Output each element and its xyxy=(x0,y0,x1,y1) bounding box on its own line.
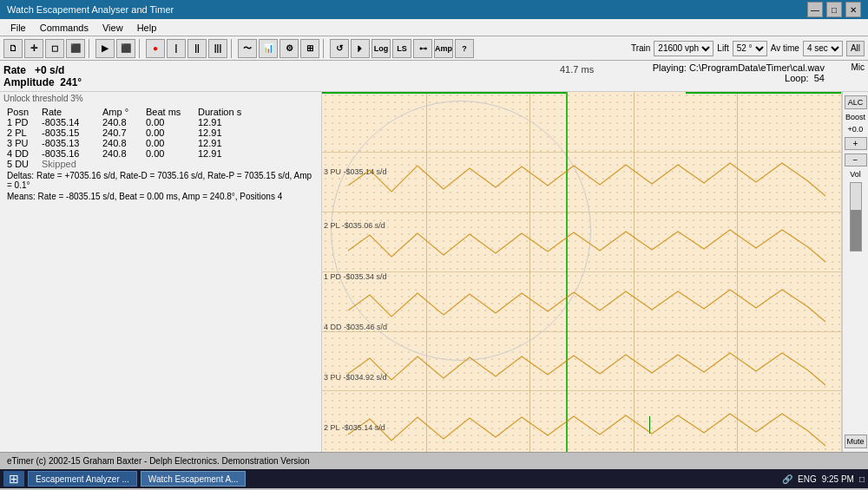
amp-btn[interactable]: Amp xyxy=(434,39,453,58)
time-ms-marker: 41.7 ms xyxy=(560,64,594,75)
amplitude-label: Amplitude xyxy=(3,76,55,88)
av-time-select[interactable]: 4 sec xyxy=(803,41,843,56)
cell-rate: Skipped xyxy=(38,159,99,169)
cell-amp xyxy=(99,159,142,169)
taskbar: ⊞ Escapement Analyzer ... Watch Escapeme… xyxy=(0,469,868,488)
waveform-label-3: 1 PD -$035.34 s/d xyxy=(324,272,387,281)
waveform-btn[interactable]: 〜 xyxy=(238,39,257,58)
notifications-icon[interactable]: □ xyxy=(859,474,865,484)
lift-select[interactable]: 52 ° xyxy=(733,41,767,56)
table-row: 4 DD -8035.16 240.8 0.00 12.91 xyxy=(3,148,318,159)
train-select[interactable]: 21600 vph xyxy=(654,41,713,56)
separator-4 xyxy=(323,39,326,58)
analyze-btn[interactable]: ⊞ xyxy=(300,39,319,58)
start-btn[interactable]: ⏵ xyxy=(351,39,370,58)
mic-label: Mic xyxy=(851,62,865,72)
play-button[interactable]: ▶ xyxy=(95,39,115,58)
stop-button[interactable]: ⬛ xyxy=(116,39,135,58)
deltas-label: Deltas: xyxy=(7,171,34,180)
col-amp: Amp ° xyxy=(99,107,142,117)
minimize-button[interactable]: — xyxy=(807,2,823,17)
statusbar-text: eTimer (c) 2002-15 Graham Baxter - Delph… xyxy=(7,456,310,466)
taskbar-app-2[interactable]: Watch Escapement A... xyxy=(141,471,247,487)
rate-btn[interactable]: ⊷ xyxy=(413,39,432,58)
cell-posn: 4 DD xyxy=(3,148,38,159)
cell-beat: 0.00 xyxy=(142,117,194,127)
clear-button[interactable]: All xyxy=(846,41,865,56)
boost-label: Boost xyxy=(845,113,865,121)
cell-posn: 5 DU xyxy=(3,159,38,169)
lang-indicator: ENG xyxy=(798,474,817,484)
loop-btn[interactable]: ↺ xyxy=(330,39,349,58)
means-row: Means: Rate = -8035.15 s/d, Beat = 0.00 … xyxy=(3,192,318,201)
waveform-label-4: 4 DD -$035.46 s/d xyxy=(324,323,387,331)
rate-label: Rate xyxy=(3,64,26,76)
titlebar: Watch Escapement Analyser and Timer — □ … xyxy=(0,0,868,19)
plus-button[interactable]: + xyxy=(845,137,867,150)
cell-beat: 0.00 xyxy=(142,148,194,159)
separator-3 xyxy=(231,39,234,58)
lift-label: Lift xyxy=(717,43,728,53)
print-button[interactable]: ⬛ xyxy=(66,39,85,58)
tool-3[interactable]: ||| xyxy=(208,39,227,58)
taskbar-right: 🔗 ENG 9:25 PM □ xyxy=(782,474,865,484)
cell-amp: 240.7 xyxy=(99,127,142,138)
settings-btn[interactable]: ⚙ xyxy=(279,39,299,58)
separator-2 xyxy=(139,39,142,58)
separator-1 xyxy=(89,39,92,58)
col-posn: Posn xyxy=(3,107,38,117)
menu-help[interactable]: Help xyxy=(130,23,164,33)
tool-1[interactable]: | xyxy=(167,39,186,58)
table-row: 1 PD -8035.14 240.8 0.00 12.91 xyxy=(3,117,318,127)
log-btn[interactable]: Log xyxy=(372,39,391,58)
cell-rate: -8035.13 xyxy=(38,138,99,148)
cell-amp: 240.8 xyxy=(99,138,142,148)
cell-beat: 0.00 xyxy=(142,127,194,138)
menubar: File Commands View Help xyxy=(0,19,868,36)
cell-rate: -8035.16 xyxy=(38,148,99,159)
av-time-label: Av time xyxy=(771,43,799,53)
data-table-container: Posn Rate Amp ° Beat ms Duration s 1 PD … xyxy=(3,107,318,201)
cell-amp: 240.8 xyxy=(99,148,142,159)
ls-btn[interactable]: LS xyxy=(392,39,411,58)
clock: 9:25 PM xyxy=(822,474,854,484)
waveform-svg xyxy=(322,92,841,452)
minus-button[interactable]: − xyxy=(845,154,867,167)
col-beat: Beat ms xyxy=(142,107,194,117)
volume-slider[interactable] xyxy=(850,182,862,252)
waveform-label-5: 3 PU -$034.92 s/d xyxy=(324,373,387,382)
unlock-threshold: Unlock threshold 3% xyxy=(3,94,318,103)
amplitude-value: 241° xyxy=(60,76,82,88)
rate-value: +0 s/d xyxy=(35,64,64,76)
taskbar-app-1[interactable]: Escapement Analyzer ... xyxy=(28,471,137,487)
cell-duration: 12.91 xyxy=(194,148,318,159)
cell-duration: 12.91 xyxy=(194,138,318,148)
help-btn[interactable]: ? xyxy=(455,39,474,58)
amplitude-display: Amplitude 241° xyxy=(3,76,325,88)
open-button[interactable]: ✛ xyxy=(24,39,43,58)
maximize-button[interactable]: □ xyxy=(826,2,842,17)
window-controls: — □ ✕ xyxy=(807,2,861,17)
menu-commands[interactable]: Commands xyxy=(33,23,95,33)
new-button[interactable]: 🗋 xyxy=(3,39,23,58)
waveform-area[interactable]: 3 PU -$035.14 s/d 2 PL -$035.06 s/d 1 PD… xyxy=(321,92,842,452)
mute-button[interactable]: Mute xyxy=(845,434,867,448)
info-bar: Rate +0 s/d Amplitude 241° 41.7 ms Playi… xyxy=(0,61,868,92)
left-panel: Unlock threshold 3% Posn Rate Amp ° Beat… xyxy=(0,92,321,452)
menu-file[interactable]: File xyxy=(3,23,33,33)
deltas-row: Deltas: Rate = +7035.16 s/d, Rate-D = 70… xyxy=(3,169,318,192)
alc-button[interactable]: ALC xyxy=(845,95,867,109)
start-button[interactable]: ⊞ xyxy=(3,471,24,487)
cell-duration: 12.91 xyxy=(194,117,318,127)
vol-label: Vol xyxy=(850,170,861,179)
menu-view[interactable]: View xyxy=(95,23,130,33)
tool-2[interactable]: || xyxy=(187,39,207,58)
cell-beat xyxy=(142,159,194,169)
col-rate: Rate xyxy=(38,107,99,117)
statusbar: eTimer (c) 2002-15 Graham Baxter - Delph… xyxy=(0,452,868,469)
title-text: Watch Escapement Analyser and Timer xyxy=(7,4,174,15)
save-button[interactable]: ◻ xyxy=(45,39,64,58)
chart-btn[interactable]: 📊 xyxy=(259,39,278,58)
close-button[interactable]: ✕ xyxy=(845,2,861,17)
record-button[interactable]: ● xyxy=(146,39,165,58)
